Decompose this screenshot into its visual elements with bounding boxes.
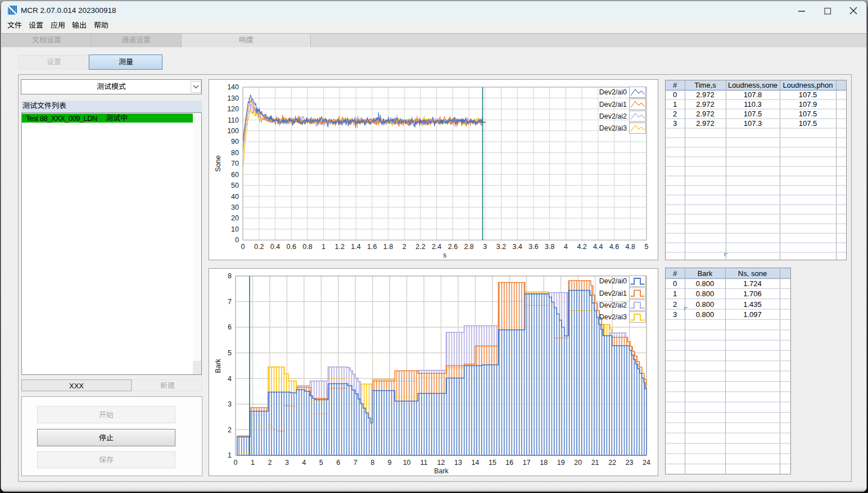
svg-text:7: 7 <box>354 459 358 467</box>
svg-text:110.3: 110.3 <box>744 100 762 108</box>
svg-text:90: 90 <box>231 138 239 146</box>
svg-text:4.8: 4.8 <box>626 243 635 251</box>
svg-text:16: 16 <box>505 459 513 467</box>
svg-text:Sone: Sone <box>214 155 222 171</box>
svg-text:3: 3 <box>228 400 232 408</box>
svg-text:1.8: 1.8 <box>383 243 393 251</box>
svg-text:2.972: 2.972 <box>696 119 715 128</box>
svg-text:17: 17 <box>523 459 531 467</box>
svg-text:1.4: 1.4 <box>351 243 360 251</box>
svg-text:6: 6 <box>228 323 232 331</box>
svg-text:2: 2 <box>673 300 677 309</box>
svg-text:0.800: 0.800 <box>696 300 715 309</box>
svg-text:4.2: 4.2 <box>577 243 586 251</box>
svg-text:6: 6 <box>336 459 340 467</box>
svg-text:11: 11 <box>421 459 428 467</box>
svg-text:Dev2/ai0: Dev2/ai0 <box>599 88 627 96</box>
svg-text:24: 24 <box>643 459 650 467</box>
svg-text:0.4: 0.4 <box>270 243 280 251</box>
svg-text:Loudness,phon: Loudness,phon <box>783 81 833 89</box>
svg-text:22: 22 <box>608 459 616 467</box>
svg-text:20: 20 <box>574 459 582 467</box>
svg-text:2.972: 2.972 <box>696 91 715 99</box>
svg-text:0.2: 0.2 <box>254 243 264 251</box>
svg-text:107.5: 107.5 <box>799 91 817 99</box>
svg-text:23: 23 <box>626 459 634 467</box>
svg-text:130: 130 <box>227 94 239 102</box>
svg-text:2: 2 <box>673 110 677 118</box>
svg-text:8: 8 <box>370 459 374 467</box>
svg-text:5: 5 <box>319 459 323 467</box>
svg-text:Loudness,sone: Loudness,sone <box>728 81 777 89</box>
svg-text:9: 9 <box>388 459 392 467</box>
svg-text:Bark: Bark <box>214 358 222 373</box>
svg-text:140: 140 <box>227 83 239 91</box>
svg-text:8: 8 <box>228 272 232 280</box>
svg-text:18: 18 <box>540 459 548 467</box>
svg-text:20: 20 <box>231 214 239 222</box>
svg-text:5: 5 <box>228 349 232 357</box>
svg-text:Bark: Bark <box>434 467 449 475</box>
svg-text:107.5: 107.5 <box>799 119 817 128</box>
svg-text:7: 7 <box>228 298 232 306</box>
svg-text:#: # <box>673 269 677 278</box>
svg-text:Time,s: Time,s <box>694 81 716 89</box>
svg-text:2: 2 <box>403 243 406 251</box>
svg-text:40: 40 <box>231 193 239 201</box>
svg-text:3: 3 <box>483 243 487 251</box>
svg-text:100: 100 <box>227 127 239 135</box>
svg-text:1.724: 1.724 <box>743 279 762 288</box>
svg-text:60: 60 <box>231 171 239 179</box>
svg-text:107.9: 107.9 <box>799 100 817 108</box>
svg-text:0: 0 <box>673 279 677 288</box>
svg-text:1.706: 1.706 <box>743 290 762 298</box>
svg-text:#: # <box>673 81 677 89</box>
svg-text:Dev2/ai3: Dev2/ai3 <box>599 124 627 132</box>
svg-text:Dev2/ai1: Dev2/ai1 <box>599 101 627 108</box>
svg-text:15: 15 <box>489 459 496 467</box>
svg-text:3.6: 3.6 <box>528 243 538 251</box>
svg-text:1: 1 <box>673 100 677 108</box>
svg-text:0: 0 <box>235 236 239 244</box>
svg-text:1: 1 <box>673 290 677 298</box>
svg-text:2.4: 2.4 <box>432 243 441 251</box>
svg-text:0.800: 0.800 <box>696 310 715 319</box>
svg-text:0.800: 0.800 <box>696 290 715 298</box>
svg-text:3.2: 3.2 <box>496 243 506 251</box>
svg-text:19: 19 <box>557 459 565 467</box>
svg-text:107.8: 107.8 <box>744 91 762 99</box>
svg-text:Dev2/ai0: Dev2/ai0 <box>599 277 627 285</box>
svg-text:2: 2 <box>228 426 232 434</box>
svg-text:1: 1 <box>322 243 326 251</box>
svg-text:80: 80 <box>231 149 239 157</box>
svg-text:3.4: 3.4 <box>513 243 522 251</box>
svg-text:10: 10 <box>403 459 411 467</box>
svg-text:3: 3 <box>673 119 677 128</box>
svg-text:2: 2 <box>268 459 272 467</box>
svg-text:Bark: Bark <box>698 269 713 278</box>
svg-text:1.2: 1.2 <box>335 243 345 251</box>
svg-text:107.5: 107.5 <box>799 110 817 118</box>
svg-text:12: 12 <box>437 459 445 467</box>
svg-text:0: 0 <box>234 459 238 467</box>
svg-text:107.5: 107.5 <box>744 110 762 118</box>
svg-text:1.097: 1.097 <box>743 310 762 319</box>
svg-text:2.972: 2.972 <box>696 100 715 108</box>
svg-text:10: 10 <box>231 225 239 233</box>
svg-text:4.6: 4.6 <box>609 243 619 251</box>
svg-text:3: 3 <box>285 459 289 467</box>
svg-text:2.6: 2.6 <box>448 243 458 251</box>
svg-text:2.8: 2.8 <box>464 243 473 251</box>
svg-text:14: 14 <box>471 459 479 467</box>
svg-text:Dev2/ai1: Dev2/ai1 <box>599 290 627 297</box>
svg-text:Ns, sone: Ns, sone <box>738 269 767 278</box>
svg-text:3: 3 <box>673 310 677 319</box>
svg-text:5: 5 <box>645 243 649 251</box>
svg-text:50: 50 <box>231 182 239 189</box>
svg-text:0.6: 0.6 <box>287 243 296 251</box>
svg-text:0: 0 <box>241 243 245 251</box>
svg-text:13: 13 <box>454 459 462 467</box>
svg-text:3.8: 3.8 <box>545 243 554 251</box>
svg-text:21: 21 <box>591 459 599 467</box>
svg-text:1.6: 1.6 <box>367 243 377 251</box>
